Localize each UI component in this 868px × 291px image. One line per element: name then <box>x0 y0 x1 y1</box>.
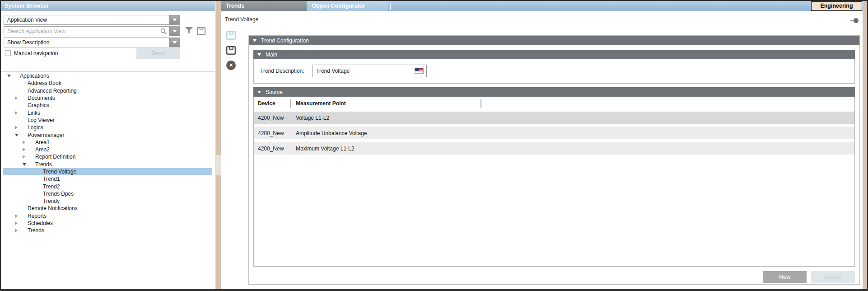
tab-object-configurator[interactable]: Object Configurator <box>307 1 388 11</box>
search-input[interactable] <box>4 27 158 36</box>
tree-item-label: Powermanager <box>28 132 64 138</box>
expand-arrow-icon[interactable] <box>23 141 25 144</box>
filter-icon[interactable] <box>185 27 193 34</box>
tab-bar: Trends Object Configurator Engineering <box>221 1 863 11</box>
search-icon[interactable] <box>160 28 167 35</box>
system-browser-panel: System Browser Application View Show Des… <box>1 1 215 289</box>
splitter-handle[interactable] <box>216 155 221 175</box>
tree-item-label: Log Viewer <box>28 117 55 123</box>
tree-item-label: Reports <box>28 213 47 219</box>
expand-arrow-icon[interactable] <box>7 75 11 77</box>
tree-item-label: Schedules <box>28 220 53 226</box>
tree-item-trend2[interactable]: Trend2 <box>3 183 212 190</box>
expand-arrow-icon[interactable] <box>23 148 25 151</box>
new-button[interactable]: New <box>763 271 807 283</box>
tree-item-area2[interactable]: Area2 <box>3 146 212 153</box>
collapse-arrow-icon[interactable] <box>257 91 261 94</box>
expand-arrow-icon[interactable] <box>15 221 18 225</box>
tree-item-label: Graphics <box>28 102 49 108</box>
save-icon[interactable] <box>226 31 237 42</box>
table-row[interactable]: 4200_NewAmplitude Unbalance Voltage <box>254 127 854 139</box>
chevron-down-icon[interactable] <box>169 27 179 36</box>
tree-item-label: Links <box>28 110 40 116</box>
tree-item-trend-voltage[interactable]: Trend Voltage <box>3 168 212 175</box>
editor-toolbar: ... ✕ <box>226 31 239 70</box>
tree-item-powermanager[interactable]: Powermanager <box>3 131 212 138</box>
tree-item-links[interactable]: Links <box>3 109 212 116</box>
display-mode-dropdown[interactable]: Show Description <box>4 38 180 47</box>
trend-description-label: Trend Description: <box>260 68 304 74</box>
column-resize-handle[interactable] <box>290 99 291 108</box>
tab-trends[interactable]: Trends <box>221 1 307 11</box>
tree-item-graphics[interactable]: Graphics <box>3 102 212 109</box>
expand-arrow-icon[interactable] <box>23 155 25 159</box>
tree-item-trends[interactable]: Trends <box>3 161 212 168</box>
pin-icon[interactable] <box>850 18 859 23</box>
application-window: System Browser Application View Show Des… <box>0 0 868 291</box>
expand-arrow-icon[interactable] <box>15 214 18 218</box>
tree-item-applications[interactable]: Applications <box>3 72 212 80</box>
cell-device: 4200_New <box>254 115 296 121</box>
source-section: Source Device Measurement Point 4200_New… <box>253 87 855 267</box>
system-browser-title: System Browser <box>1 1 215 11</box>
tree-item-documents[interactable]: Documents <box>3 94 212 102</box>
source-table-header: Device Measurement Point <box>254 97 854 112</box>
view-selector-value: Application View <box>7 17 47 23</box>
tree-item-area1[interactable]: Area1 <box>3 139 212 146</box>
tree-item-logics[interactable]: Logics <box>3 124 212 131</box>
trend-description-input[interactable] <box>313 65 427 77</box>
tree-item-label: Documents <box>28 95 55 101</box>
tree-item-log-viewer[interactable]: Log Viewer <box>3 117 212 124</box>
save-as-icon[interactable]: ... <box>226 46 237 56</box>
delete-button[interactable]: Delete <box>811 271 855 283</box>
cell-measurement-point: Voltage L1-L2 <box>296 115 854 121</box>
tree-item-label: Trends Dpes <box>43 191 74 197</box>
chevron-down-icon[interactable] <box>169 38 179 47</box>
tree-item-trends[interactable]: Trends <box>3 227 212 234</box>
tree-item-trendy[interactable]: Trendy <box>3 197 212 205</box>
tree-item-address-book[interactable]: Address Book <box>3 80 212 87</box>
engineering-mode-button[interactable]: Engineering <box>811 1 862 11</box>
panel-splitter[interactable] <box>216 1 221 289</box>
tree-item-label: Trendy <box>43 198 60 204</box>
column-header-device[interactable]: Device <box>258 100 275 107</box>
tree-item-label: Advanced Reporting <box>28 88 77 94</box>
trend-configuration-header[interactable]: Trend Configuration <box>249 36 859 45</box>
expand-arrow-icon[interactable] <box>23 163 26 166</box>
expand-arrow-icon[interactable] <box>15 96 18 100</box>
search-box <box>4 26 180 36</box>
right-edge-splitter[interactable] <box>863 1 867 289</box>
manual-navigation-label: Manual navigation <box>14 50 58 56</box>
tree-item-remote-notifications[interactable]: Remote Notifications <box>3 205 212 212</box>
collapse-arrow-icon[interactable] <box>253 39 257 42</box>
table-row[interactable]: 4200_NewMaximum Voltage L1-L2 <box>254 142 854 155</box>
column-resize-handle[interactable] <box>481 99 481 108</box>
source-table-body: 4200_NewVoltage L1-L24200_NewAmplitude U… <box>254 112 854 155</box>
view-selector-dropdown[interactable]: Application View <box>4 15 180 25</box>
expand-arrow-icon[interactable] <box>15 126 18 129</box>
chevron-down-icon[interactable] <box>169 15 179 24</box>
display-mode-value: Show Description <box>7 39 49 46</box>
collapse-arrow-icon[interactable] <box>257 53 261 56</box>
main-section-header[interactable]: Main <box>253 50 855 59</box>
source-section-header[interactable]: Source <box>253 87 855 97</box>
send-button[interactable]: Send <box>136 48 180 59</box>
tree-item-trends-dpes[interactable]: Trends Dpes <box>3 190 212 197</box>
manual-navigation-checkbox[interactable] <box>5 50 11 56</box>
tree-item-label: Area2 <box>35 146 50 153</box>
expand-arrow-icon[interactable] <box>15 134 19 136</box>
column-header-measurement-point[interactable]: Measurement Point <box>296 100 346 107</box>
tree-item-label: Report Definition <box>35 154 75 160</box>
tree-item-label: Applications <box>20 73 49 79</box>
expand-arrow-icon[interactable] <box>15 229 18 232</box>
expand-arrow-icon[interactable] <box>15 111 18 115</box>
tree-item-report-definition[interactable]: Report Definition <box>3 153 212 160</box>
discard-icon[interactable]: ✕ <box>226 61 236 70</box>
save-icon[interactable] <box>196 27 206 35</box>
table-row[interactable]: 4200_NewVoltage L1-L2 <box>254 112 854 124</box>
tree-item-reports[interactable]: Reports <box>3 212 212 220</box>
tree-item-advanced-reporting[interactable]: Advanced Reporting <box>3 87 212 94</box>
tree-item-schedules[interactable]: Schedules <box>3 220 212 227</box>
tree-item-trend1[interactable]: Trend1 <box>3 175 212 183</box>
navigation-tree: ApplicationsAddress BookAdvanced Reporti… <box>1 72 215 289</box>
